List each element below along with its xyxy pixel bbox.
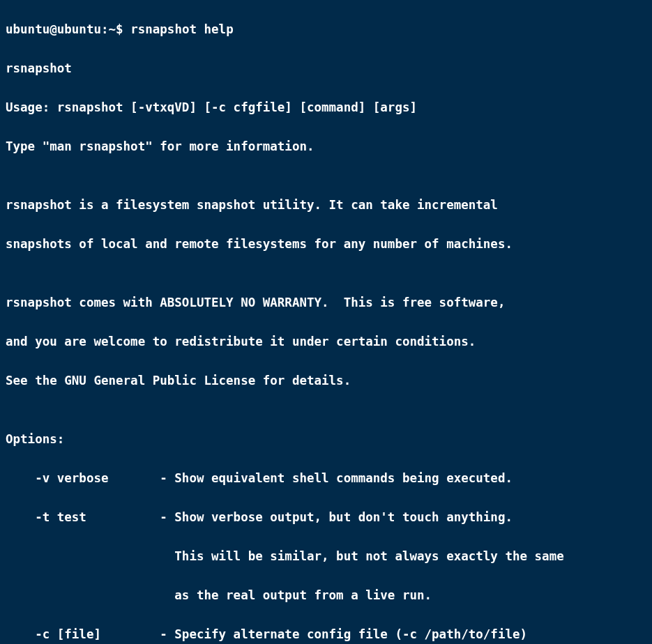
output-line: Usage: rsnapshot [-vtxqVD] [-c cfgfile] … [6, 98, 646, 117]
prompt-dollar: $ [116, 22, 123, 36]
output-line: rsnapshot is a filesystem snapshot utili… [6, 195, 646, 215]
output-line: -t test - Show verbose output, but don't… [6, 507, 646, 527]
output-line: Type "man rsnapshot" for more informatio… [6, 137, 646, 156]
entered-command: rsnapshot help [130, 22, 234, 36]
output-line: This will be similar, but not always exa… [6, 546, 646, 566]
output-line: -v verbose - Show equivalent shell comma… [6, 468, 646, 488]
output-line: as the real output from a live run. [6, 585, 646, 605]
output-line: rsnapshot comes with ABSOLUTELY NO WARRA… [6, 293, 646, 312]
prompt-colon: : [101, 22, 109, 36]
prompt-line: ubuntu@ubuntu:~$ rsnapshot help [6, 20, 646, 39]
prompt-path: ~ [109, 22, 116, 36]
prompt-space [123, 22, 131, 36]
terminal-output[interactable]: ubuntu@ubuntu:~$ rsnapshot help rsnapsho… [0, 0, 652, 644]
prompt-host: ubuntu [57, 22, 101, 36]
output-line: and you are welcome to redistribute it u… [6, 332, 646, 351]
output-line: -c [file] - Specify alternate config fil… [6, 624, 646, 644]
prompt-user: ubuntu [6, 22, 50, 36]
output-line: Options: [6, 429, 646, 449]
output-line: snapshots of local and remote filesystem… [6, 234, 646, 254]
output-line: rsnapshot [6, 59, 646, 78]
output-line: See the GNU General Public License for d… [6, 371, 646, 390]
prompt-at: @ [50, 22, 57, 36]
